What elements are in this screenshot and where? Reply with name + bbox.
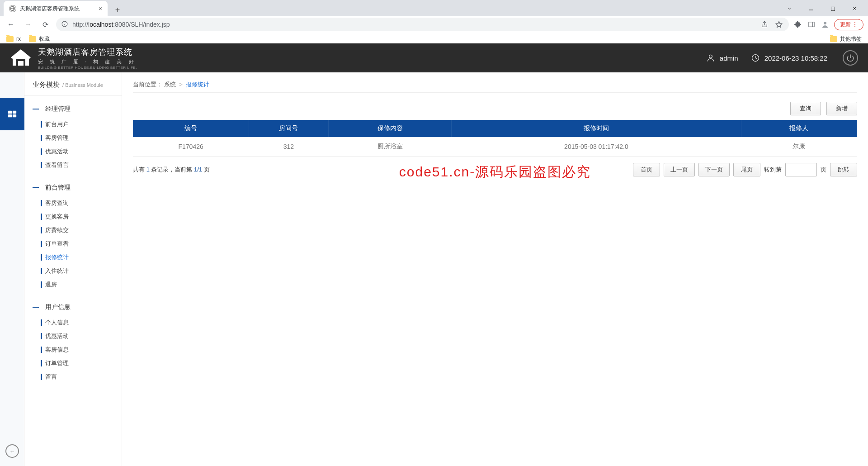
breadcrumb-current: 报修统计 — [186, 81, 209, 88]
user-info[interactable]: admin — [706, 53, 738, 62]
table-row[interactable]: F170426312厕所浴室2015-05-03 01:17:42.0尔康 — [133, 137, 857, 157]
svg-rect-2 — [831, 7, 835, 10]
toolbar: 查询 新增 — [133, 102, 857, 115]
breadcrumb: 当前位置： 系统 > 报修统计 — [133, 81, 857, 93]
close-icon[interactable]: × — [99, 5, 102, 12]
minimize-icon[interactable] — [801, 2, 821, 15]
close-window-icon[interactable] — [844, 2, 864, 15]
sidebar-header: 业务模块 / Business Module — [24, 81, 122, 96]
prev-page-button[interactable]: 上一页 — [664, 163, 695, 176]
last-page-button[interactable]: 尾页 — [733, 163, 760, 176]
svg-point-12 — [824, 22, 826, 24]
globe-icon — [9, 5, 16, 12]
app-subtitle: 安 筑 广 厦 · 构 建 美 好 — [38, 58, 137, 65]
mini-active-module[interactable] — [0, 98, 24, 130]
datetime-text: 2022-06-23 10:58:22 — [764, 54, 827, 62]
side-panel-icon[interactable] — [807, 20, 816, 29]
sidebar-item[interactable]: 客房查询 — [24, 196, 122, 210]
forward-button[interactable]: → — [22, 18, 34, 31]
sidebar-item[interactable]: 入住统计 — [24, 264, 122, 278]
table-header: 报修人 — [741, 120, 857, 137]
sidebar-item[interactable]: 优惠活动 — [24, 329, 122, 343]
app-body: ← 业务模块 / Business Module 经理管理前台用户客房管理优惠活… — [0, 72, 868, 466]
sidebar-item[interactable]: 报修统计 — [24, 251, 122, 264]
star-icon[interactable] — [774, 20, 783, 29]
address-bar: ← → ⟳ http://localhost:8080/SLH/index.js… — [0, 16, 868, 33]
logo: 天鹅湖酒店客房管理系统 安 筑 广 厦 · 构 建 美 好 BUILDING B… — [10, 47, 137, 70]
query-button[interactable]: 查询 — [790, 102, 821, 115]
sidebar-item[interactable]: 留言 — [24, 370, 122, 384]
pagination: 共有 1 条记录，当前第 1/1 页 首页 上一页 下一页 尾页 转到第 页 跳… — [133, 163, 857, 176]
page-input[interactable] — [785, 163, 817, 176]
power-button[interactable] — [843, 50, 858, 66]
url-input[interactable]: http://localhost:8080/SLH/index.jsp — [56, 18, 789, 31]
sidebar-item[interactable]: 查看留言 — [24, 158, 122, 172]
browser-tab[interactable]: 天鹅湖酒店客房管理系统 × — [4, 1, 108, 16]
dash-icon — [33, 187, 39, 188]
dash-icon — [33, 307, 39, 308]
sidebar-item[interactable]: 房费续交 — [24, 223, 122, 237]
sidebar-item[interactable]: 优惠活动 — [24, 145, 122, 158]
sidebar-item[interactable]: 客房信息 — [24, 343, 122, 357]
app-title: 天鹅湖酒店客房管理系统 — [38, 47, 137, 57]
back-circle-button[interactable]: ← — [5, 444, 19, 458]
profile-icon[interactable] — [821, 20, 830, 29]
go-button[interactable]: 跳转 — [830, 163, 857, 176]
info-icon — [61, 21, 68, 29]
table-header: 报修时间 — [452, 120, 741, 137]
sidebar-item[interactable]: 订单管理 — [24, 357, 122, 370]
tab-strip: 天鹅湖酒店客房管理系统 × + — [0, 0, 868, 16]
browser-chrome: 天鹅湖酒店客房管理系统 × + ← → ⟳ http://localhost:8… — [0, 0, 868, 43]
share-icon[interactable] — [760, 20, 769, 29]
sidebar-mini: ← — [0, 72, 24, 466]
update-button[interactable]: 更新 ⋮ — [834, 19, 863, 30]
folder-icon — [6, 36, 14, 42]
next-page-button[interactable]: 下一页 — [698, 163, 730, 176]
table-cell: 尔康 — [741, 137, 857, 157]
house-icon — [10, 48, 32, 67]
sidebar-section-title[interactable]: 前台管理 — [24, 180, 122, 195]
content-area: 当前位置： 系统 > 报修统计 查询 新增 编号房间号保修内容报修时间报修人 F… — [122, 72, 868, 466]
table-cell: 312 — [249, 137, 328, 157]
new-tab-button[interactable]: + — [111, 4, 124, 16]
sidebar-item[interactable]: 个人信息 — [24, 316, 122, 329]
table-cell: F170426 — [133, 137, 249, 157]
table-cell: 2015-05-03 01:17:42.0 — [452, 137, 741, 157]
svg-point-13 — [709, 55, 712, 58]
sidebar-item[interactable]: 订单查看 — [24, 237, 122, 251]
jump-unit: 页 — [821, 166, 826, 174]
add-button[interactable]: 新增 — [826, 102, 857, 115]
dash-icon — [33, 109, 39, 109]
chevron-down-icon[interactable] — [779, 2, 799, 15]
data-table: 编号房间号保修内容报修时间报修人 F170426312厕所浴室2015-05-0… — [133, 120, 857, 157]
sidebar-item[interactable]: 更换客房 — [24, 210, 122, 223]
back-button[interactable]: ← — [5, 18, 17, 31]
extensions-icon[interactable] — [793, 20, 802, 29]
username: admin — [720, 54, 738, 62]
table-header: 编号 — [133, 120, 249, 137]
svg-rect-19 — [13, 114, 16, 117]
jump-label: 转到第 — [764, 166, 782, 174]
sidebar-item[interactable]: 前台用户 — [24, 118, 122, 131]
svg-rect-16 — [8, 111, 12, 114]
other-bookmarks[interactable]: 其他书签 — [830, 35, 862, 43]
datetime: 2022-06-23 10:58:22 — [751, 53, 827, 62]
sidebar-item[interactable]: 客房管理 — [24, 131, 122, 145]
bookmark-item[interactable]: rx — [6, 36, 21, 42]
sidebar-section-title[interactable]: 经理管理 — [24, 101, 122, 117]
tab-title: 天鹅湖酒店客房管理系统 — [20, 5, 80, 13]
url-text: http://localhost:8080/SLH/index.jsp — [72, 21, 170, 28]
breadcrumb-root[interactable]: 系统 — [164, 81, 176, 88]
reload-button[interactable]: ⟳ — [39, 18, 52, 31]
sidebar-item[interactable]: 退房 — [24, 278, 122, 291]
svg-rect-18 — [8, 114, 12, 117]
bookmark-item[interactable]: 收藏 — [29, 35, 50, 43]
folder-icon — [830, 36, 837, 42]
svg-marker-9 — [776, 21, 782, 27]
sidebar-section-title[interactable]: 用户信息 — [24, 300, 122, 315]
folder-icon — [29, 36, 36, 42]
pager-info: 共有 1 条记录，当前第 1/1 页 — [133, 166, 210, 174]
first-page-button[interactable]: 首页 — [633, 163, 660, 176]
maximize-icon[interactable] — [823, 2, 843, 15]
user-icon — [706, 53, 715, 62]
